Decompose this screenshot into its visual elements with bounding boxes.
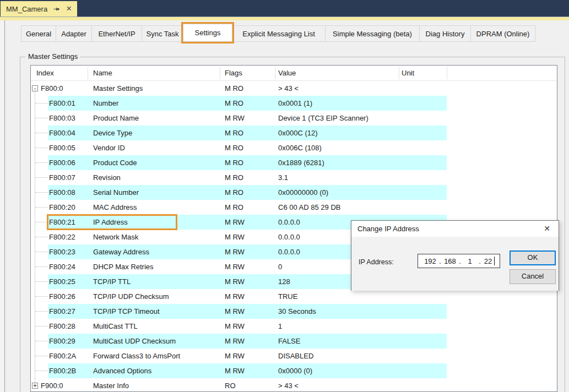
tree-line [35, 252, 47, 252]
tab-explicit-messaging-list[interactable]: Explicit Messaging List [232, 25, 326, 42]
table-row[interactable]: F800:03Product NameM RWDevice 1 (TC3 EIP… [31, 111, 557, 126]
tab-ethernet-ip[interactable]: EtherNet/IP [91, 25, 142, 42]
row-value: > 43 < [278, 81, 299, 96]
row-index: F800:04 [49, 126, 75, 140]
tab-dpram-online-[interactable]: DPRAM (Online) [470, 25, 535, 42]
collapse-icon[interactable]: - [32, 85, 38, 91]
ip-octet-3: 1 [463, 257, 477, 265]
row-flags: M RO [225, 96, 243, 111]
ip-dot: . [437, 257, 443, 265]
row-flags: M RW [225, 363, 245, 378]
row-name: Number [93, 96, 118, 111]
row-value: 3.1 [278, 170, 288, 185]
ip-address-input[interactable]: 192 . 168 . 1 . 22 [418, 254, 500, 268]
change-ip-dialog: Change IP Address ✕ IP Address: 192 . 16… [351, 220, 559, 291]
row-name: MultiCast UDP Checksum [93, 334, 176, 349]
tree-line [35, 326, 47, 326]
tree-line [35, 162, 47, 163]
column-header-flags[interactable]: Flags [225, 66, 242, 81]
row-name: TCP/IP TCP Timeout [93, 304, 160, 319]
row-name: Master Info [93, 378, 129, 392]
tab-general[interactable]: General [21, 25, 56, 42]
row-flags: M RW [225, 274, 245, 289]
row-name: DHCP Max Retries [93, 259, 154, 274]
row-value: 0x00000000 (0) [278, 185, 328, 200]
column-separator[interactable] [275, 67, 275, 79]
row-name: Master Settings [93, 81, 143, 96]
row-flags: M RW [225, 111, 245, 126]
tree-line [35, 356, 47, 356]
table-row[interactable]: F800:28MultiCast TTLM RW1 [31, 319, 557, 334]
row-flags: M RW [225, 244, 245, 259]
row-flags: M RO [225, 185, 243, 200]
ok-button[interactable]: OK [510, 251, 556, 265]
row-index: F800:01 [49, 96, 75, 111]
row-index: F800:29 [49, 334, 75, 349]
column-header-name[interactable]: Name [93, 66, 112, 81]
row-value: 30 Seconds [278, 304, 316, 319]
table-row[interactable]: -F800:0Master SettingsM RO> 43 < [31, 81, 557, 96]
expand-icon[interactable]: + [32, 383, 38, 389]
tree-line [35, 296, 47, 297]
row-flags: M RO [225, 81, 243, 96]
table-header: Index Name Flags Value Unit [31, 66, 557, 81]
column-separator[interactable] [88, 67, 88, 79]
row-flags: M RW [225, 304, 245, 319]
table-row[interactable]: F800:04Device TypeM RO0x000C (12) [31, 126, 557, 140]
table-row[interactable]: F800:2AForward Class3 to AmsPortM RWDISA… [31, 349, 557, 363]
table-row[interactable]: F800:27TCP/IP TCP TimeoutM RW30 Seconds [31, 304, 557, 319]
ip-octet-1: 192 [423, 257, 437, 265]
row-flags: M RO [225, 126, 243, 140]
dialog-body: IP Address: 192 . 168 . 1 . 22 OK Cancel [351, 237, 559, 291]
table-row[interactable]: F800:26TCP/IP UDP ChecksumM RWTRUE [31, 289, 557, 304]
column-header-index[interactable]: Index [36, 66, 54, 81]
cancel-button[interactable]: Cancel [510, 269, 556, 284]
tab-sync-task[interactable]: Sync Task [142, 25, 183, 42]
column-separator[interactable] [220, 67, 220, 79]
row-index: F800:07 [49, 170, 75, 185]
ip-octet-4: 22 [483, 257, 494, 265]
column-header-value[interactable]: Value [278, 66, 296, 81]
table-row[interactable]: F800:07RevisionM RO3.1 [31, 170, 557, 185]
row-index: F800:2A [49, 349, 76, 363]
pin-icon[interactable] [52, 5, 60, 13]
table-row[interactable]: F800:06Product CodeM RO0x1889 (6281) [31, 155, 557, 170]
table-row[interactable]: F800:08Serial NumberM RO0x00000000 (0) [31, 185, 557, 200]
row-name: Device Type [93, 126, 132, 140]
tree-line [35, 192, 47, 193]
row-value: 0.0.0.0 [278, 230, 300, 244]
row-index: F800:22 [49, 230, 75, 244]
row-flags: M RW [225, 319, 245, 334]
table-row[interactable]: F800:05Vendor IDM RO0x006C (108) [31, 140, 557, 155]
ip-dot: . [477, 257, 483, 265]
column-separator[interactable] [447, 67, 447, 79]
row-index: F800:28 [49, 319, 75, 334]
table-row[interactable]: F800:29MultiCast UDP ChecksumM RWFALSE [31, 334, 557, 349]
tree-line [35, 266, 47, 267]
tree-line [35, 281, 47, 282]
column-header-unit[interactable]: Unit [402, 66, 414, 81]
tab-settings[interactable]: Settings [183, 24, 232, 42]
tab-diag-history[interactable]: Diag History [419, 25, 471, 42]
row-value: 0x1889 (6281) [278, 155, 324, 170]
close-icon[interactable]: ✕ [65, 5, 73, 13]
ip-octet-2: 168 [443, 257, 457, 265]
dialog-close-icon[interactable]: ✕ [535, 221, 559, 237]
document-tab[interactable]: MM_Camera ✕ [1, 1, 77, 17]
table-row[interactable]: F800:01NumberM RO0x0001 (1) [31, 96, 557, 111]
tab-simple-messaging-beta-[interactable]: Simple Messaging (beta) [325, 25, 420, 42]
column-separator[interactable] [399, 67, 399, 79]
table-row[interactable]: F800:20MAC AddressM ROC6 00 AD 85 29 DB [31, 200, 557, 215]
row-name: Network Mask [93, 230, 138, 244]
table-row[interactable]: +F900:0Master InfoRO> 43 < [31, 378, 557, 392]
row-value: 0x0001 (1) [278, 96, 312, 111]
row-flags: M RO [225, 155, 243, 170]
tab-adapter[interactable]: Adapter [56, 25, 92, 42]
row-value: FALSE [278, 334, 300, 349]
table-row[interactable]: F800:2BAdvanced OptionsM RW0x0000 (0) [31, 363, 557, 378]
row-index: F800:06 [49, 155, 75, 170]
row-flags: M RW [225, 215, 245, 230]
row-value: 0 [278, 259, 282, 274]
row-name: Serial Number [93, 185, 139, 200]
dialog-titlebar[interactable]: Change IP Address ✕ [351, 221, 559, 237]
